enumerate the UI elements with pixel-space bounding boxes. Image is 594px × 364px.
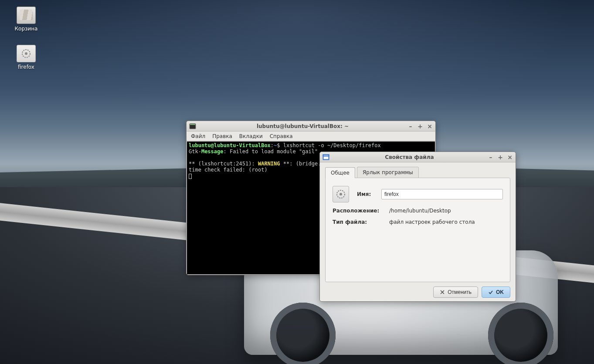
menu-file[interactable]: Файл [191,133,205,139]
terminal-title: lubuntu@lubuntu-VirtualBox: ~ [198,123,407,129]
close-button[interactable]: × [507,154,513,161]
terminal-menubar: Файл Правка Вкладки Справка [187,131,435,141]
terminal-cursor [189,174,192,179]
window-icon [322,154,329,161]
type-label: Тип файла: [333,219,389,225]
file-properties-dialog[interactable]: Свойства файла – + × Общее Ярлык програм… [319,152,516,302]
ok-button[interactable]: OK [482,286,510,298]
menu-help[interactable]: Справка [270,133,293,139]
cancel-button[interactable]: Отменить [433,286,478,298]
terminal-titlebar[interactable]: lubuntu@lubuntu-VirtualBox: ~ – + × [187,121,435,131]
trash-icon [17,7,36,24]
tab-general[interactable]: Общее [325,167,355,178]
gear-icon [336,189,346,199]
gear-icon [17,45,36,62]
props-titlebar[interactable]: Свойства файла – + × [320,152,516,162]
desktop-icon-label: Корзина [9,26,44,32]
minimize-button[interactable]: – [407,123,414,130]
menu-edit[interactable]: Правка [212,133,232,139]
tab-strip: Общее Ярлык программы [325,167,510,178]
menu-tabs[interactable]: Вкладки [239,133,263,139]
props-panel: Имя: Расположение: /home/lubuntu/Desktop… [325,178,510,282]
name-input[interactable] [381,189,503,199]
desktop-icon-firefox[interactable]: firefox [9,45,44,70]
svg-rect-3 [190,124,195,125]
terminal-icon [189,123,196,130]
location-label: Расположение: [333,208,389,214]
maximize-button[interactable]: + [497,154,503,161]
file-icon[interactable] [333,186,349,202]
name-label: Имя: [357,191,381,197]
type-value: файл настроек рабочего стола [389,219,503,225]
tab-launcher[interactable]: Ярлык программы [357,167,419,178]
props-title: Свойства файла [331,154,488,160]
location-value: /home/lubuntu/Desktop [389,208,503,214]
minimize-button[interactable]: – [488,154,494,161]
svg-point-1 [25,52,27,55]
desktop-icon-label: firefox [9,64,44,70]
close-icon [440,290,445,295]
close-button[interactable]: × [427,123,433,130]
check-icon [488,290,493,295]
svg-point-7 [339,193,342,195]
maximize-button[interactable]: + [417,123,423,130]
svg-rect-5 [323,155,329,156]
desktop-icon-trash[interactable]: Корзина [9,7,44,32]
